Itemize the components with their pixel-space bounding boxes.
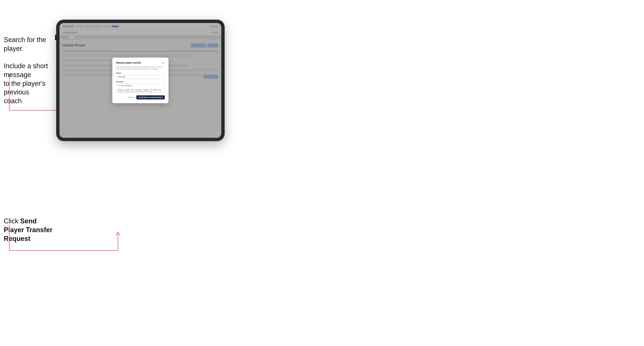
annotation-message: Include a short messageto the player's p… bbox=[4, 62, 56, 105]
modal-overlay: Request player transfer ✕ If the player … bbox=[60, 23, 221, 138]
modal-header: Request player transfer ✕ bbox=[116, 61, 165, 64]
annotation-search: Search for the player. bbox=[4, 35, 52, 53]
modal-close-button[interactable]: ✕ bbox=[162, 61, 165, 64]
tablet-side-button bbox=[55, 35, 56, 40]
modal-description: If the player is transferring from anoth… bbox=[116, 66, 165, 70]
message-textarea[interactable]: Hi Coach McHarg, Please accept this tran… bbox=[116, 83, 165, 92]
message-field-label: Message bbox=[116, 81, 165, 83]
svg-line-9 bbox=[118, 232, 120, 235]
modal-actions: Cancel Send Player Transfer Request bbox=[116, 95, 165, 99]
svg-line-8 bbox=[116, 232, 118, 235]
tablet-device: Update Roster bbox=[56, 20, 225, 141]
send-transfer-button[interactable]: Send Player Transfer Request bbox=[136, 95, 165, 99]
modal-title: Request player transfer bbox=[116, 61, 141, 64]
annotation-click: Click Send Player Transfer Request bbox=[4, 217, 56, 243]
cancel-button[interactable]: Cancel bbox=[126, 96, 135, 99]
transfer-request-modal: Request player transfer ✕ If the player … bbox=[112, 58, 168, 103]
tablet-screen: Update Roster bbox=[60, 23, 221, 138]
player-input[interactable] bbox=[116, 75, 165, 79]
player-field-label: Player bbox=[116, 72, 165, 74]
